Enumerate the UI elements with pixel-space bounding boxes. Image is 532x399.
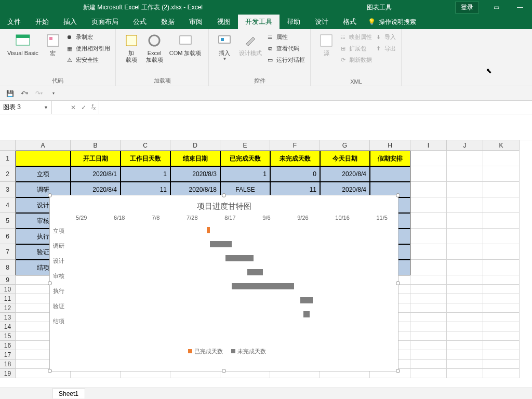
cell[interactable] — [483, 182, 520, 197]
cell[interactable] — [410, 369, 447, 378]
cell[interactable] — [410, 275, 447, 285]
cell[interactable] — [447, 213, 483, 229]
cell[interactable] — [447, 244, 483, 260]
cell[interactable] — [410, 166, 447, 182]
menu-view[interactable]: 视图 — [210, 15, 238, 29]
cell[interactable] — [483, 341, 520, 350]
cell[interactable] — [447, 229, 483, 244]
menu-formulas[interactable]: 公式 — [126, 15, 154, 29]
chart-title[interactable]: 项目进度甘特图 — [50, 195, 398, 215]
cell[interactable] — [410, 322, 447, 331]
row-header[interactable]: 5 — [0, 213, 16, 229]
cell[interactable]: 2020/8/4 — [320, 166, 370, 182]
addins-button[interactable]: 加 载项 — [120, 31, 143, 64]
cell[interactable] — [410, 313, 447, 322]
name-box-input[interactable] — [3, 104, 39, 111]
cell[interactable] — [483, 303, 520, 313]
cell[interactable] — [370, 166, 410, 182]
cell[interactable] — [483, 369, 520, 378]
cell[interactable] — [447, 294, 483, 303]
formula-input[interactable] — [99, 101, 532, 114]
menu-file[interactable]: 文件 — [0, 15, 28, 29]
row-header[interactable]: 3 — [0, 182, 16, 197]
cell[interactable]: 开工日期 — [71, 151, 121, 166]
cell[interactable] — [410, 360, 447, 369]
undo-button[interactable]: ↶▾ — [19, 88, 30, 99]
col-header[interactable]: C — [121, 140, 170, 151]
minimize-icon[interactable]: — — [508, 0, 532, 15]
cell[interactable] — [447, 360, 483, 369]
macros-button[interactable]: 宏 — [42, 31, 64, 58]
resize-handle[interactable] — [222, 369, 226, 373]
row-header[interactable]: 15 — [0, 331, 16, 341]
namebox-dropdown-icon[interactable]: ▼ — [44, 105, 48, 110]
login-button[interactable]: 登录 — [455, 2, 479, 14]
cell[interactable] — [447, 322, 483, 331]
cell[interactable] — [447, 341, 483, 350]
menu-home[interactable]: 开始 — [28, 15, 56, 29]
cell[interactable] — [483, 229, 520, 244]
xml-import-button[interactable]: ⬇导入 — [373, 32, 397, 42]
expansion-packs-button[interactable]: ⊞扩展包 — [338, 44, 373, 53]
cell[interactable] — [447, 369, 483, 378]
cell[interactable]: 已完成天数 — [220, 151, 270, 166]
col-header[interactable]: A — [16, 140, 71, 151]
enter-formula-icon[interactable]: ✓ — [81, 104, 86, 111]
col-header[interactable]: J — [447, 140, 483, 151]
redo-button[interactable]: ↷▾ — [33, 88, 45, 99]
row-header[interactable]: 14 — [0, 322, 16, 331]
cell[interactable] — [483, 350, 520, 360]
col-header[interactable]: K — [483, 140, 520, 151]
cell[interactable] — [483, 322, 520, 331]
col-header[interactable]: G — [320, 140, 370, 151]
cell[interactable] — [483, 151, 520, 166]
properties-button[interactable]: ☰属性 — [265, 32, 306, 42]
menu-insert[interactable]: 插入 — [56, 15, 84, 29]
cell[interactable] — [410, 182, 447, 197]
worksheet-grid[interactable]: A B C D E F G H I J K 1开工日期工作日天数结束日期已完成天… — [0, 140, 532, 378]
qat-customize-button[interactable]: ▾ — [48, 88, 59, 99]
xml-export-button[interactable]: ⬆导出 — [373, 44, 397, 53]
row-header[interactable]: 17 — [0, 350, 16, 360]
cell[interactable] — [447, 303, 483, 313]
name-box[interactable]: ▼ — [0, 101, 52, 114]
col-header[interactable]: H — [370, 140, 410, 151]
menu-developer[interactable]: 开发工具 — [238, 15, 280, 29]
cell[interactable] — [483, 285, 520, 294]
cell[interactable] — [410, 244, 447, 260]
cell[interactable] — [410, 350, 447, 360]
cell[interactable] — [483, 275, 520, 285]
cell[interactable] — [410, 285, 447, 294]
cell[interactable] — [447, 197, 483, 213]
macro-security-button[interactable]: ⚠宏安全性 — [64, 55, 111, 64]
row-header[interactable]: 10 — [0, 285, 16, 294]
cell[interactable] — [447, 313, 483, 322]
col-header[interactable]: I — [410, 140, 447, 151]
xml-source-button[interactable]: 源 — [315, 31, 338, 58]
visual-basic-button[interactable]: Visual Basic — [4, 31, 42, 58]
save-button[interactable]: 💾 — [4, 88, 16, 99]
row-header[interactable]: 16 — [0, 341, 16, 350]
cell[interactable] — [447, 182, 483, 197]
cell[interactable] — [410, 213, 447, 229]
cell[interactable] — [410, 197, 447, 213]
com-addins-button[interactable]: COM 加载项 — [166, 31, 205, 58]
cell[interactable] — [410, 151, 447, 166]
cell[interactable] — [483, 313, 520, 322]
cell[interactable] — [447, 151, 483, 166]
cell[interactable] — [410, 229, 447, 244]
cell[interactable] — [483, 260, 520, 275]
cell[interactable] — [447, 350, 483, 360]
cell[interactable] — [483, 294, 520, 303]
row-header[interactable]: 1 — [0, 151, 16, 166]
sheet-tab[interactable]: Sheet1 — [52, 389, 85, 398]
row-header[interactable]: 4 — [0, 197, 16, 213]
row-header[interactable]: 2 — [0, 166, 16, 182]
col-header[interactable]: D — [170, 140, 220, 151]
cell[interactable] — [410, 331, 447, 341]
cell[interactable]: 2020/8/3 — [170, 166, 220, 182]
row-header[interactable]: 8 — [0, 260, 16, 275]
excel-addins-button[interactable]: Excel 加载项 — [143, 31, 166, 64]
resize-handle[interactable] — [222, 193, 226, 197]
cancel-formula-icon[interactable]: ✕ — [71, 104, 76, 111]
